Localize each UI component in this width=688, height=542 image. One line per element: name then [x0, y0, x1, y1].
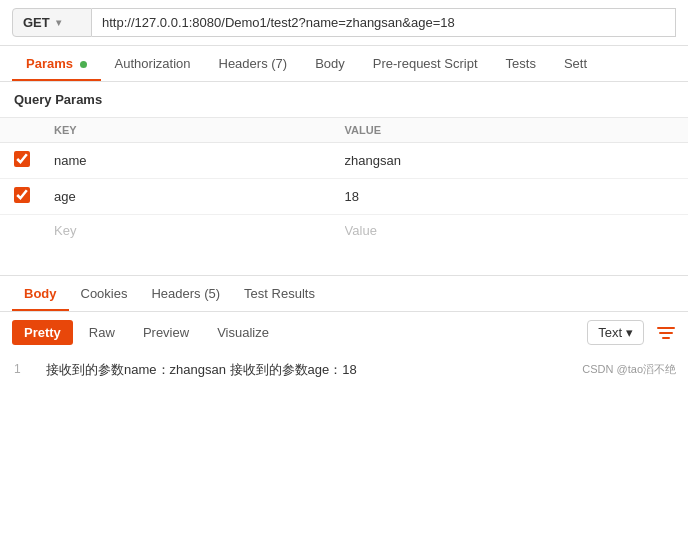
params-dot	[80, 61, 87, 68]
subtab-preview[interactable]: Preview	[131, 320, 201, 345]
line-number: 1	[14, 361, 34, 376]
method-label: GET	[23, 15, 50, 30]
watermark: CSDN @tao滔不绝	[582, 362, 676, 377]
subtab-visualize[interactable]: Visualize	[205, 320, 281, 345]
table-row	[0, 179, 688, 215]
tab-params[interactable]: Params	[12, 46, 101, 81]
tab-tests[interactable]: Tests	[492, 46, 550, 81]
response-tab-cookies[interactable]: Cookies	[69, 276, 140, 311]
tab-authorization[interactable]: Authorization	[101, 46, 205, 81]
row2-checkbox-cell	[0, 179, 42, 215]
empty-key-cell	[42, 215, 333, 247]
method-selector[interactable]: GET ▾	[12, 8, 92, 37]
checkbox-col-header	[0, 118, 42, 143]
method-chevron: ▾	[56, 17, 61, 28]
subtab-raw[interactable]: Raw	[77, 320, 127, 345]
empty-checkbox-cell	[0, 215, 42, 247]
row1-checkbox-cell	[0, 143, 42, 179]
row2-checkbox[interactable]	[14, 187, 30, 203]
subtab-pretty[interactable]: Pretty	[12, 320, 73, 345]
tab-settings[interactable]: Sett	[550, 46, 601, 81]
params-table: KEY VALUE	[0, 117, 688, 246]
query-params-title: Query Params	[0, 82, 688, 117]
url-bar: GET ▾	[0, 0, 688, 46]
request-tab-bar: Params Authorization Headers (7) Body Pr…	[0, 46, 688, 82]
filter-icon[interactable]	[656, 323, 676, 343]
row2-key-input[interactable]	[54, 189, 321, 204]
response-tab-bar: Body Cookies Headers (5) Test Results	[0, 276, 688, 312]
empty-key-input[interactable]	[54, 223, 321, 238]
app-container: GET ▾ Params Authorization Headers (7) B…	[0, 0, 688, 387]
url-input[interactable]	[92, 8, 676, 37]
tab-headers[interactable]: Headers (7)	[205, 46, 302, 81]
empty-value-input[interactable]	[345, 223, 676, 238]
response-tab-body[interactable]: Body	[12, 276, 69, 311]
response-tab-headers[interactable]: Headers (5)	[139, 276, 232, 311]
tab-prerequest[interactable]: Pre-request Script	[359, 46, 492, 81]
format-label: Text	[598, 325, 622, 340]
row1-value-input[interactable]	[345, 153, 676, 168]
format-chevron: ▾	[626, 325, 633, 340]
spacer	[0, 246, 688, 276]
key-col-header: KEY	[42, 118, 333, 143]
table-row-empty	[0, 215, 688, 247]
tab-body[interactable]: Body	[301, 46, 359, 81]
empty-value-cell	[333, 215, 688, 247]
row1-checkbox[interactable]	[14, 151, 30, 167]
response-sub-bar: Pretty Raw Preview Visualize Text ▾	[0, 312, 688, 353]
value-col-header: VALUE	[333, 118, 688, 143]
response-tab-testresults[interactable]: Test Results	[232, 276, 327, 311]
row1-key-input[interactable]	[54, 153, 321, 168]
row2-value-input[interactable]	[345, 189, 676, 204]
format-selector[interactable]: Text ▾	[587, 320, 644, 345]
row1-key-cell	[42, 143, 333, 179]
table-row	[0, 143, 688, 179]
response-text: 接收到的参数name：zhangsan 接收到的参数age：18	[46, 361, 357, 379]
row2-key-cell	[42, 179, 333, 215]
row2-value-cell	[333, 179, 688, 215]
row1-value-cell	[333, 143, 688, 179]
